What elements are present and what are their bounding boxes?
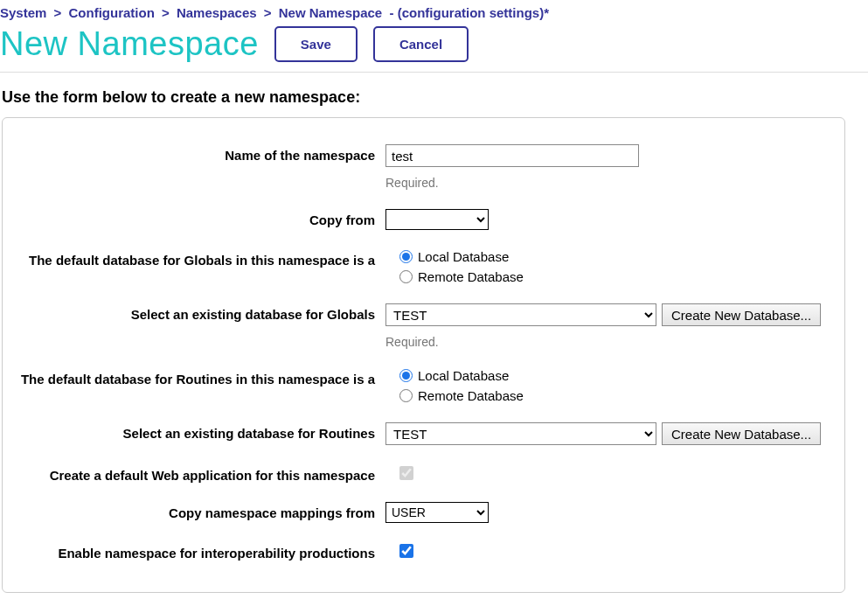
namespace-name-input[interactable]: [385, 144, 639, 167]
label-enable-interop: Enable namespace for interoperability pr…: [11, 542, 385, 561]
create-globals-db-button[interactable]: Create New Database...: [662, 303, 821, 326]
label-copy-mappings: Copy namespace mappings from: [11, 502, 385, 520]
create-routines-db-button[interactable]: Create New Database...: [662, 422, 821, 445]
breadcrumb-suffix: - (configuration settings)*: [390, 5, 550, 20]
create-webapp-checkbox: [399, 466, 413, 480]
row-namespace-name: Name of the namespace Required.: [11, 144, 836, 190]
hint-required: Required.: [385, 176, 836, 190]
chevron-right-icon: >: [162, 5, 170, 20]
label-globals-db-type: The default database for Globals in this…: [11, 249, 385, 268]
row-routines-db-type: The default database for Routines in thi…: [11, 368, 836, 403]
breadcrumb: System > Configuration > Namespaces > Ne…: [0, 0, 868, 25]
radio-routines-local[interactable]: Local Database: [399, 368, 524, 383]
radio-globals-local[interactable]: Local Database: [399, 249, 524, 264]
radio-routines-remote-input[interactable]: [399, 389, 413, 402]
breadcrumb-item-configuration[interactable]: Configuration: [68, 5, 154, 20]
row-enable-interop: Enable namespace for interoperability pr…: [11, 542, 836, 561]
radio-routines-remote-label: Remote Database: [418, 388, 524, 403]
label-namespace-name: Name of the namespace: [11, 144, 385, 163]
page-header: New Namespace Save Cancel: [0, 25, 868, 70]
chevron-right-icon: >: [264, 5, 272, 20]
row-create-webapp: Create a default Web application for thi…: [11, 464, 836, 483]
label-routines-db-type: The default database for Routines in thi…: [11, 368, 385, 387]
radio-globals-remote-input[interactable]: [399, 270, 413, 283]
divider: [0, 72, 868, 73]
row-routines-db-select: Select an existing database for Routines…: [11, 422, 836, 445]
copy-from-select[interactable]: [385, 209, 489, 230]
enable-interop-checkbox[interactable]: [399, 544, 413, 558]
radio-routines-remote[interactable]: Remote Database: [399, 388, 524, 403]
form-container: Name of the namespace Required. Copy fro…: [2, 117, 845, 593]
page-title: New Namespace: [0, 25, 259, 63]
row-globals-db-select: Select an existing database for Globals …: [11, 303, 836, 349]
row-copy-from: Copy from: [11, 209, 836, 230]
radio-routines-local-input[interactable]: [399, 369, 413, 382]
breadcrumb-item-namespaces[interactable]: Namespaces: [177, 5, 257, 20]
cancel-button[interactable]: Cancel: [373, 26, 469, 62]
label-globals-db-select: Select an existing database for Globals: [11, 303, 385, 322]
radio-globals-local-input[interactable]: [399, 250, 413, 263]
chevron-right-icon: >: [54, 5, 62, 20]
radio-routines-local-label: Local Database: [418, 368, 509, 383]
breadcrumb-item-system[interactable]: System: [0, 5, 46, 20]
radio-globals-remote-label: Remote Database: [418, 269, 524, 284]
row-copy-mappings: Copy namespace mappings from USER: [11, 502, 836, 523]
hint-required-globals: Required.: [385, 335, 836, 349]
copy-mappings-select[interactable]: USER: [385, 502, 489, 523]
breadcrumb-item-new-namespace[interactable]: New Namespace: [279, 5, 382, 20]
form-intro: Use the form below to create a new names…: [2, 88, 868, 107]
row-globals-db-type: The default database for Globals in this…: [11, 249, 836, 284]
save-button[interactable]: Save: [274, 26, 358, 62]
label-routines-db-select: Select an existing database for Routines: [11, 422, 385, 441]
globals-db-select[interactable]: TEST: [385, 303, 656, 326]
radio-globals-local-label: Local Database: [418, 249, 509, 264]
radio-globals-remote[interactable]: Remote Database: [399, 269, 524, 284]
label-copy-from: Copy from: [11, 209, 385, 227]
label-create-webapp: Create a default Web application for thi…: [11, 464, 385, 483]
routines-db-select[interactable]: TEST: [385, 422, 656, 445]
